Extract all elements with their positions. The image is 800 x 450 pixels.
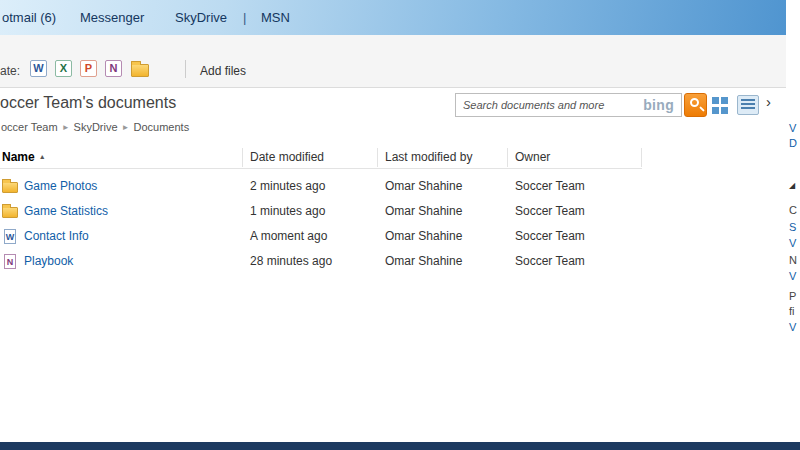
cell-last-modified-by: Omar Shahine (385, 174, 462, 199)
pane-text-fragment: fi (789, 305, 795, 317)
cell-owner: Soccer Team (515, 249, 585, 274)
cell-owner: Soccer Team (515, 174, 585, 199)
breadcrumb-soccer-team[interactable]: occer Team (1, 121, 58, 133)
search-input[interactable] (456, 99, 643, 111)
pane-link-fragment[interactable]: V (789, 237, 796, 249)
onenote-notebook-icon: N (4, 254, 16, 269)
page-title: occer Team's documents (0, 94, 176, 112)
top-navigation-bar: otmail (6) Messenger SkyDrive | MSN (0, 0, 800, 35)
file-link-game-statistics[interactable]: Game Statistics (24, 199, 108, 224)
toolbar-divider (185, 60, 186, 78)
cell-last-modified-by: Omar Shahine (385, 199, 462, 224)
nav-divider: | (243, 10, 246, 25)
column-header-owner[interactable]: Owner (515, 150, 550, 164)
pane-text-fragment: C (789, 204, 797, 216)
file-link-playbook[interactable]: Playbook (24, 249, 73, 274)
table-header-underline (0, 168, 642, 169)
search-box: bing (455, 93, 682, 117)
new-folder-icon[interactable] (131, 64, 149, 77)
column-header-last-modified-by[interactable]: Last modified by (385, 150, 472, 164)
skydrive-page: otmail (6) Messenger SkyDrive | MSN ate:… (0, 0, 800, 450)
cell-owner: Soccer Team (515, 224, 585, 249)
table-header-row: Name▲ Date modified Last modified by Own… (0, 148, 642, 169)
pane-text-fragment: P (789, 290, 796, 302)
cell-date-modified: 28 minutes ago (250, 249, 332, 274)
table-row[interactable]: Game Photos 2 minutes ago Omar Shahine S… (0, 174, 642, 199)
nav-hotmail[interactable]: otmail (6) (2, 10, 56, 25)
column-header-date-modified[interactable]: Date modified (250, 150, 324, 164)
nav-messenger[interactable]: Messenger (80, 10, 144, 25)
breadcrumb-separator-icon: ► (62, 123, 70, 132)
table-row[interactable]: Game Statistics 1 minutes ago Omar Shahi… (0, 199, 642, 224)
thumbnails-view-icon[interactable] (712, 97, 729, 114)
documents-main-panel: occer Team's documents occer Team►SkyDri… (0, 88, 800, 442)
magnifier-icon (690, 98, 699, 107)
powerpoint-icon[interactable]: P (80, 60, 97, 77)
create-label: ate: (0, 64, 20, 78)
create-toolbar: ate: W X P N Add files (0, 35, 800, 88)
details-view-icon[interactable] (737, 95, 759, 115)
expand-pane-chevron-icon[interactable]: › (766, 93, 771, 110)
folder-icon (2, 182, 18, 193)
word-icon[interactable]: W (30, 60, 47, 77)
breadcrumb-documents[interactable]: Documents (134, 121, 190, 133)
cell-last-modified-by: Omar Shahine (385, 224, 462, 249)
search-button[interactable] (684, 93, 707, 117)
cell-last-modified-by: Omar Shahine (385, 249, 462, 274)
nav-skydrive[interactable]: SkyDrive (175, 10, 227, 25)
column-divider (641, 148, 642, 167)
add-files-button[interactable]: Add files (200, 64, 246, 78)
section-collapse-icon[interactable]: ◢ (789, 181, 795, 190)
breadcrumb-skydrive[interactable]: SkyDrive (74, 121, 118, 133)
cell-date-modified: 2 minutes ago (250, 174, 325, 199)
cell-owner: Soccer Team (515, 199, 585, 224)
file-link-game-photos[interactable]: Game Photos (24, 174, 97, 199)
column-divider (242, 148, 243, 167)
sort-ascending-icon: ▲ (39, 153, 46, 160)
pane-link-fragment[interactable]: D (789, 137, 797, 149)
word-document-icon: W (4, 229, 16, 244)
table-row[interactable]: N Playbook 28 minutes ago Omar Shahine S… (0, 249, 642, 274)
column-header-name-label: Name (2, 150, 35, 164)
column-header-name[interactable]: Name▲ (2, 150, 46, 164)
breadcrumb: occer Team►SkyDrive►Documents (1, 121, 189, 133)
onenote-icon[interactable]: N (105, 60, 122, 77)
breadcrumb-separator-icon: ► (122, 123, 130, 132)
pane-link-fragment[interactable]: V (789, 122, 796, 134)
pane-link-fragment[interactable]: V (789, 321, 796, 333)
details-pane-partial: V D ◢ C S V N V P fi V (786, 0, 800, 442)
bing-logo: bing (643, 97, 681, 113)
pane-link-fragment[interactable]: S (789, 221, 796, 233)
pane-text-fragment: N (789, 254, 797, 266)
folder-icon (2, 207, 18, 218)
pane-link-fragment[interactable]: V (789, 270, 796, 282)
cell-date-modified: 1 minutes ago (250, 199, 325, 224)
window-bottom-bar (0, 442, 800, 450)
nav-msn[interactable]: MSN (261, 10, 290, 25)
column-divider (507, 148, 508, 167)
table-row[interactable]: W Contact Info A moment ago Omar Shahine… (0, 224, 642, 249)
column-divider (377, 148, 378, 167)
file-link-contact-info[interactable]: Contact Info (24, 224, 89, 249)
excel-icon[interactable]: X (55, 60, 72, 77)
cell-date-modified: A moment ago (250, 224, 327, 249)
